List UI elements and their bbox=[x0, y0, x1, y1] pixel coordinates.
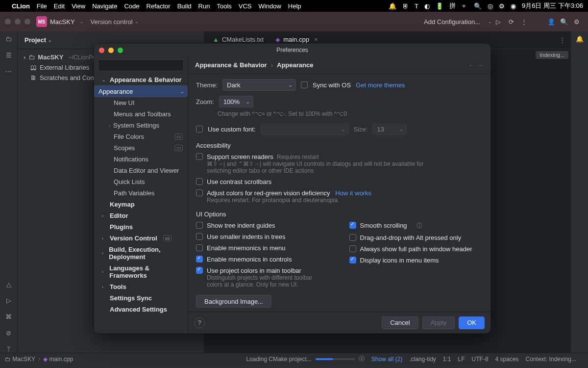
tray-control-icon[interactable]: ⚙ bbox=[499, 2, 505, 10]
mnemonics-controls-checkbox[interactable] bbox=[196, 256, 203, 263]
sub-scopes[interactable]: Scopes▭ bbox=[94, 142, 188, 154]
dialog-search-input[interactable] bbox=[98, 59, 184, 71]
sub-data-editor[interactable]: Data Editor and Viewer bbox=[94, 165, 188, 176]
menu-build[interactable]: Build bbox=[177, 2, 192, 10]
debug-icon[interactable]: ⟳ bbox=[505, 18, 517, 26]
sync-os-checkbox[interactable] bbox=[301, 81, 308, 88]
cmake-tool-icon[interactable]: △ bbox=[6, 281, 11, 288]
menu-help[interactable]: Help bbox=[288, 2, 301, 10]
tray-user-icon[interactable]: ◎ bbox=[488, 2, 493, 10]
git-tool-icon[interactable]: ᛘ bbox=[7, 345, 11, 353]
contrast-scrollbars-checkbox[interactable] bbox=[196, 178, 203, 185]
tray-battery-icon[interactable]: 🔋 bbox=[436, 2, 443, 10]
project-badge[interactable]: MS bbox=[36, 16, 47, 27]
tray-t-icon[interactable]: T bbox=[415, 2, 418, 10]
background-image-button[interactable]: Background Image... bbox=[196, 295, 271, 308]
tray-search-icon[interactable]: 🔍 bbox=[474, 2, 482, 10]
tray-bell-icon[interactable]: 🔔 bbox=[389, 2, 396, 10]
window-traffic-lights[interactable] bbox=[5, 19, 30, 25]
dialog-traffic-lights[interactable] bbox=[99, 48, 123, 53]
sub-notifications[interactable]: Notifications bbox=[94, 154, 188, 165]
breadcrumb-file[interactable]: ◈ main.cpp bbox=[43, 356, 73, 363]
menu-refactor[interactable]: Refactor bbox=[147, 2, 171, 10]
menu-run[interactable]: Run bbox=[198, 2, 210, 10]
titlebar-project[interactable]: MacSKY bbox=[50, 18, 75, 26]
menubar-app[interactable]: CLion bbox=[12, 2, 30, 10]
smooth-scrolling-checkbox[interactable] bbox=[349, 222, 356, 229]
problems-tool-icon[interactable]: ⊘ bbox=[6, 329, 11, 337]
add-configuration-button[interactable]: Add Configuration... bbox=[424, 18, 480, 26]
search-everywhere-icon[interactable]: 🔍 bbox=[558, 18, 570, 26]
tree-guides-checkbox[interactable] bbox=[196, 222, 203, 229]
menu-code[interactable]: Code bbox=[124, 2, 139, 10]
more-icon[interactable]: ⋮ bbox=[517, 18, 530, 26]
theme-select[interactable]: Dark bbox=[222, 79, 296, 91]
menu-vcs[interactable]: VCS bbox=[239, 2, 252, 10]
status-clang-tidy[interactable]: .clang-tidy bbox=[409, 356, 436, 363]
smaller-indents-checkbox[interactable] bbox=[196, 233, 203, 240]
titlebar-vcs[interactable]: Version control bbox=[91, 18, 133, 26]
dnd-alt-checkbox[interactable] bbox=[349, 234, 356, 241]
tray-wifi-icon[interactable]: ᯤ bbox=[462, 2, 468, 10]
status-line-sep[interactable]: LF bbox=[458, 356, 465, 363]
tray-input-icon[interactable]: 拼 bbox=[449, 1, 456, 10]
help-icon[interactable]: ? bbox=[194, 317, 205, 328]
tray-moon-icon[interactable]: ◐ bbox=[424, 2, 430, 10]
sub-system-settings[interactable]: ›System Settings bbox=[94, 120, 188, 131]
structure-tool-icon[interactable]: ☰ bbox=[6, 52, 12, 59]
cat-settings-sync[interactable]: Settings Sync bbox=[94, 292, 188, 304]
status-cancel-icon[interactable]: ⓧ bbox=[359, 355, 365, 363]
ok-button[interactable]: OK bbox=[459, 316, 485, 329]
zoom-select[interactable]: 100% bbox=[219, 96, 253, 107]
menubar-clock[interactable]: 9月6日 周三 下午3:06 bbox=[522, 1, 583, 10]
menu-navigate[interactable]: Navigate bbox=[92, 2, 117, 10]
settings-icon[interactable]: ⚙ bbox=[570, 18, 583, 26]
screen-readers-checkbox[interactable] bbox=[196, 153, 203, 160]
custom-font-select[interactable] bbox=[261, 123, 349, 135]
font-size-select[interactable]: 13 bbox=[372, 123, 407, 135]
status-indent[interactable]: 4 spaces bbox=[495, 356, 519, 363]
cat-editor[interactable]: ›Editor bbox=[94, 210, 188, 221]
more-tool-icon[interactable]: ⋯ bbox=[5, 68, 12, 75]
account-icon[interactable]: 👤 bbox=[545, 18, 558, 26]
tray-shield-icon[interactable]: ⛨ bbox=[402, 2, 409, 10]
apply-button[interactable]: Apply bbox=[422, 316, 455, 329]
info-icon[interactable]: ⓘ bbox=[416, 222, 422, 230]
get-more-themes-link[interactable]: Get more themes bbox=[356, 81, 405, 89]
dialog-search[interactable] bbox=[98, 59, 184, 71]
sub-new-ui[interactable]: New UI bbox=[94, 97, 188, 108]
menu-view[interactable]: View bbox=[72, 2, 85, 10]
status-context[interactable]: Context: Indexing... bbox=[526, 356, 576, 363]
status-encoding[interactable]: UTF-8 bbox=[472, 356, 489, 363]
sub-menus-toolbars[interactable]: Menus and Toolbars bbox=[94, 108, 188, 120]
crumb-fwd-icon[interactable]: → bbox=[478, 62, 484, 69]
sub-file-colors[interactable]: File Colors▭ bbox=[94, 131, 188, 142]
breadcrumb-project[interactable]: 🗀 MacSKY bbox=[5, 356, 35, 363]
menu-window[interactable]: Window bbox=[259, 2, 281, 10]
how-it-works-link[interactable]: How it works bbox=[335, 189, 371, 197]
cat-tools[interactable]: ›Tools bbox=[94, 281, 188, 292]
adjust-colors-checkbox[interactable] bbox=[196, 189, 203, 196]
cancel-button[interactable]: Cancel bbox=[382, 316, 418, 329]
cat-advanced[interactable]: Advanced Settings bbox=[94, 304, 188, 315]
cat-languages[interactable]: ›Languages & Frameworks bbox=[94, 263, 188, 281]
terminal-tool-icon[interactable]: ⌘ bbox=[5, 313, 12, 320]
close-icon[interactable]: × bbox=[314, 36, 318, 43]
cat-plugins[interactable]: Plugins bbox=[94, 221, 188, 233]
tray-siri-icon[interactable]: ◉ bbox=[511, 2, 516, 10]
cat-version-control[interactable]: ›Version Control▭ bbox=[94, 233, 188, 244]
menu-file[interactable]: File bbox=[37, 2, 47, 10]
menu-edit[interactable]: Edit bbox=[54, 2, 65, 10]
sub-appearance[interactable]: Appearance bbox=[94, 85, 188, 97]
status-show-all[interactable]: Show all (2) bbox=[371, 356, 402, 363]
crumb-back-icon[interactable]: ← bbox=[468, 62, 474, 69]
cat-keymap[interactable]: Keymap bbox=[94, 199, 188, 210]
project-colors-checkbox[interactable] bbox=[196, 267, 203, 274]
custom-font-checkbox[interactable] bbox=[196, 126, 203, 132]
cat-appearance-behavior[interactable]: ⌄Appearance & Behavior bbox=[94, 74, 188, 85]
run-icon[interactable]: ▷ bbox=[492, 18, 505, 26]
project-tool-icon[interactable]: 🗀 bbox=[5, 35, 12, 43]
fullpath-checkbox[interactable] bbox=[349, 245, 356, 252]
mnemonics-menu-checkbox[interactable] bbox=[196, 244, 203, 251]
status-caret[interactable]: 1:1 bbox=[443, 356, 451, 363]
